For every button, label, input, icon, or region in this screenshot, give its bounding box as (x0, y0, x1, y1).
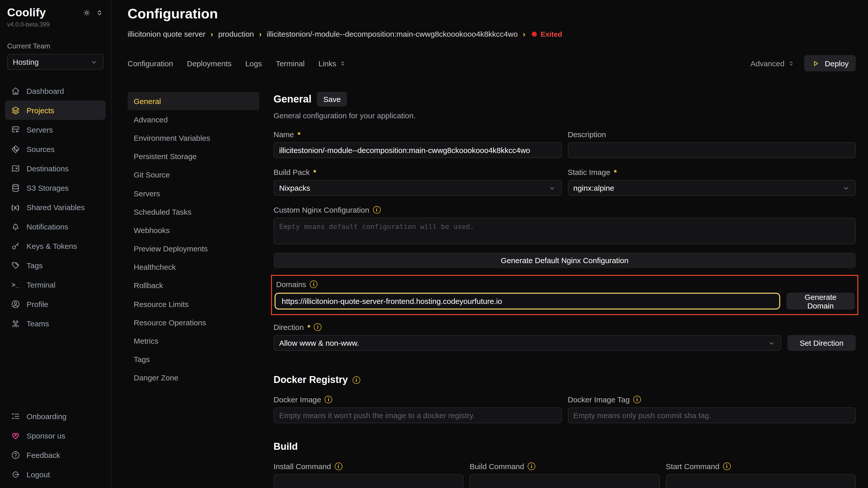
sidebar-item-label: Destinations (27, 164, 69, 173)
general-settings-form: General Save General configuration for y… (274, 92, 856, 488)
static-image-select[interactable]: nginx:alpine (568, 180, 856, 196)
generate-nginx-config-button[interactable]: Generate Default Nginx Configuration (274, 252, 856, 268)
set-direction-button[interactable]: Set Direction (787, 335, 856, 351)
info-icon: i (325, 396, 333, 403)
app-version: v4.0.0-beta.399 (7, 21, 103, 28)
sidebar-item-label: Dashboard (27, 87, 64, 95)
subnav-persistent-storage[interactable]: Persistent Storage (128, 147, 259, 165)
sidebar-item-teams[interactable]: Teams (5, 314, 105, 333)
direction-select[interactable]: Allow www & non-www. (274, 335, 781, 351)
subnav-metrics[interactable]: Metrics (128, 332, 259, 350)
sidebar-item-label: S3 Storages (27, 183, 69, 192)
build-pack-select[interactable]: Nixpacks (274, 180, 562, 196)
sidebar-item-tags[interactable]: Tags (5, 256, 105, 275)
deploy-button[interactable]: Deploy (804, 55, 856, 71)
sidebar-item-notifications[interactable]: Notifications (5, 217, 105, 236)
home-icon (10, 86, 21, 96)
bell-icon (10, 222, 21, 231)
checklist-icon (10, 411, 21, 421)
tab-logs[interactable]: Logs (245, 59, 262, 68)
sidebar-item-destinations[interactable]: Destinations (5, 159, 105, 178)
variable-icon: (x) (10, 203, 21, 211)
heart-icon (10, 431, 21, 440)
subnav-scheduled-tasks[interactable]: Scheduled Tasks (128, 202, 259, 221)
subnav-servers[interactable]: Servers (128, 184, 259, 202)
tab-links[interactable]: Links (318, 59, 346, 68)
status-badge: Exited (531, 30, 562, 38)
tab-links-label: Links (318, 59, 336, 68)
theme-sun-icon[interactable] (83, 9, 91, 17)
updown-chevron-icon (788, 60, 795, 67)
tab-configuration[interactable]: Configuration (128, 59, 173, 68)
install-command-label: Install Command i (274, 462, 464, 471)
sidebar-bottom-nav: Onboarding Sponsor us Feedback Logout (5, 406, 105, 488)
sidebar-item-label: Onboarding (27, 412, 67, 420)
sidebar-item-terminal[interactable]: >_ Terminal (5, 275, 105, 294)
build-command-input[interactable] (470, 474, 660, 488)
sidebar-item-onboarding[interactable]: Onboarding (5, 406, 105, 426)
updown-chevron-icon[interactable] (95, 9, 103, 17)
sidebar-item-profile[interactable]: Profile (5, 294, 105, 314)
direction-label: Direction* i (274, 323, 856, 331)
docker-image-input[interactable] (274, 408, 562, 423)
section-subtitle: General configuration for your applicati… (274, 111, 856, 120)
install-command-input[interactable] (274, 474, 464, 488)
name-input[interactable] (274, 142, 562, 158)
info-icon: i (335, 462, 342, 470)
breadcrumb-environment[interactable]: production (218, 30, 254, 38)
server-icon (10, 125, 21, 134)
save-button[interactable]: Save (317, 92, 347, 106)
subnav-webhooks[interactable]: Webhooks (128, 221, 259, 239)
subnav-resource-operations[interactable]: Resource Operations (128, 313, 259, 332)
subnav-git-source[interactable]: Git Source (128, 166, 259, 184)
subnav-healthcheck[interactable]: Healthcheck (128, 258, 259, 276)
terminal-icon: >_ (10, 281, 21, 288)
breadcrumb: illicitonion quote server › production ›… (128, 30, 856, 38)
docker-image-tag-input[interactable] (568, 408, 856, 423)
team-select[interactable]: Hosting (7, 54, 103, 70)
subnav-danger-zone[interactable]: Danger Zone (128, 369, 259, 387)
advanced-dropdown-label: Advanced (750, 59, 784, 68)
tab-terminal[interactable]: Terminal (276, 59, 305, 68)
sidebar-item-label: Feedback (27, 451, 60, 459)
breadcrumb-separator-icon: › (523, 30, 525, 38)
sidebar-item-feedback[interactable]: Feedback (5, 445, 105, 464)
sidebar-item-label: Terminal (27, 280, 55, 289)
section-title: General (274, 93, 312, 105)
domains-highlight-block: Domains i Generate Domain (271, 275, 858, 315)
key-icon (10, 241, 21, 251)
sidebar-item-label: Shared Variables (27, 203, 85, 212)
description-input[interactable] (568, 142, 856, 158)
domains-input[interactable] (275, 293, 780, 310)
sidebar-item-label: Keys & Tokens (27, 241, 77, 250)
breadcrumb-project[interactable]: illicitonion quote server (128, 30, 206, 38)
sidebar-item-sources[interactable]: Sources (5, 139, 105, 159)
sidebar-item-label: Projects (27, 106, 54, 115)
sidebar-item-s3-storages[interactable]: S3 Storages (5, 178, 105, 197)
subnav-tags[interactable]: Tags (128, 350, 259, 368)
subnav-environment-variables[interactable]: Environment Variables (128, 129, 259, 147)
subnav-rollback[interactable]: Rollback (128, 276, 259, 295)
generate-domain-button[interactable]: Generate Domain (786, 293, 855, 310)
advanced-dropdown[interactable]: Advanced (750, 59, 795, 68)
tab-deployments[interactable]: Deployments (187, 59, 231, 68)
settings-subnav: General Advanced Environment Variables P… (128, 92, 259, 488)
sidebar-item-sponsor-us[interactable]: Sponsor us (5, 426, 105, 445)
breadcrumb-application[interactable]: illicitestonion/-module--decomposition:m… (267, 30, 518, 38)
sidebar-item-projects[interactable]: Projects (5, 100, 105, 120)
sidebar-item-shared-variables[interactable]: (x) Shared Variables (5, 197, 105, 217)
subnav-general[interactable]: General (128, 92, 259, 110)
sidebar-item-keys-tokens[interactable]: Keys & Tokens (5, 236, 105, 256)
sidebar-item-logout[interactable]: Logout (5, 464, 105, 484)
start-command-input[interactable] (666, 474, 856, 488)
custom-nginx-textarea[interactable] (274, 218, 856, 244)
sidebar-item-servers[interactable]: Servers (5, 120, 105, 139)
docker-image-label: Docker Image i (274, 395, 562, 404)
sidebar-item-dashboard[interactable]: Dashboard (5, 81, 105, 100)
logout-icon (10, 469, 21, 479)
sidebar-item-label: Profile (27, 300, 48, 308)
subnav-advanced[interactable]: Advanced (128, 110, 259, 129)
subnav-resource-limits[interactable]: Resource Limits (128, 295, 259, 313)
coolify-app: Coolify v4.0.0-beta.399 Current Team Hos… (0, 0, 868, 488)
subnav-preview-deployments[interactable]: Preview Deployments (128, 239, 259, 258)
